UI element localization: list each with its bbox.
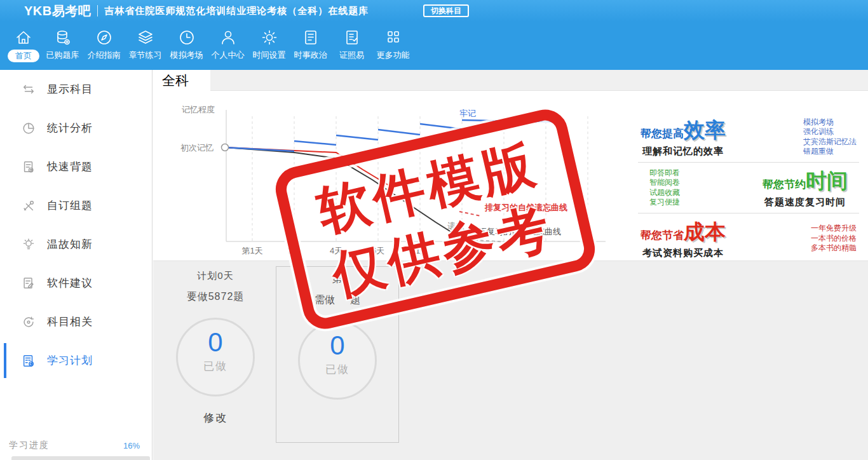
forget-label: 遗忘: [447, 221, 465, 231]
window-title: 吉林省住院医师规范化培训结业理论考核（全科）在线题库: [104, 5, 369, 17]
plan-section: 计划0天 要做5872题 0 已做 修改 第 需做 题 0 已做: [153, 260, 868, 460]
plan-card-current: 计划0天 要做5872题 0 已做 修改: [154, 270, 276, 425]
gray-curve-note: 不复习的自然遗忘曲线: [478, 227, 561, 236]
y-axis-label: 记忆程度: [182, 105, 215, 114]
red-curve-note: 排复习的自然遗忘曲线: [484, 203, 567, 212]
list-item: 即答即看: [649, 168, 680, 179]
lightbulb-icon: [22, 238, 36, 252]
promo-cost-list: 一年免费升级 一本书的价格 多本书的精髓: [811, 224, 857, 254]
promo-time-big: 时间: [806, 169, 848, 193]
promo-row-efficiency: 帮您提高效率 理解和记忆的效率 模拟考场 强化训练 艾宾浩斯记忆法 错题重做: [637, 114, 860, 160]
certificate-doc-icon: [343, 27, 361, 48]
toolbar-item-current-affairs[interactable]: 时事政治: [290, 22, 331, 61]
list-item: 智能阅卷: [649, 178, 680, 188]
swap-arrows-icon: [22, 83, 36, 97]
plan-days: 计划0天: [154, 270, 276, 282]
sidebar-item-show-subjects[interactable]: 显示科目: [0, 70, 152, 109]
promo-cost-prefix: 帮您节省: [641, 229, 684, 241]
initial-memory-label: 初次记忆: [180, 143, 214, 152]
brand-divider: [97, 5, 98, 17]
promo-time-subtitle: 答题速度复习时间: [763, 196, 848, 208]
done-label: 已做: [203, 359, 227, 374]
progress-value: 16%: [123, 441, 140, 450]
switch-subject-button[interactable]: 切换科目: [423, 4, 469, 17]
study-plan-icon: [22, 354, 36, 368]
subject-tab[interactable]: 全科: [153, 70, 210, 91]
active-indicator-bar: [4, 343, 6, 378]
toolbar-item-mock-exam[interactable]: 模拟考场: [166, 22, 207, 61]
promo-divider: [638, 162, 859, 163]
user-icon: [219, 27, 237, 48]
question-bank-icon: [54, 27, 72, 48]
edit-plan-button[interactable]: 修改: [154, 410, 276, 425]
feedback-doc-icon: [22, 276, 36, 290]
x-tick-day2: 2天: [288, 246, 301, 255]
title-bar: YKB易考吧 吉林省住院医师规范化培训结业理论考核（全科）在线题库 切换科目: [0, 0, 868, 22]
subject-related-icon: [22, 315, 36, 329]
list-item: 一年免费升级: [811, 224, 857, 234]
sidebar-item-study-plan[interactable]: 学习计划: [0, 341, 152, 380]
need-suffix: 题: [350, 294, 360, 307]
grid-more-icon: [384, 27, 402, 48]
promo-efficiency-prefix: 帮您提高: [641, 128, 684, 140]
hold-label: 牢记: [459, 109, 476, 118]
promo-row-cost: 帮您节省成本 考试资料购买成本 一年免费升级 一本书的价格 多本书的精髓: [637, 215, 860, 262]
promo-divider: [638, 213, 859, 213]
pie-chart-icon: [22, 121, 36, 135]
day-number-title: 第: [276, 273, 398, 285]
promo-efficiency-list: 模拟考场 强化训练 艾宾浩斯记忆法 错题重做: [803, 118, 857, 157]
list-item: 错题重做: [803, 147, 857, 157]
list-item: 模拟考场: [803, 118, 857, 128]
x-tick-day4: 4天: [330, 246, 342, 255]
toolbar-item-guide[interactable]: 介绍指南: [83, 22, 125, 61]
done-count: 0: [208, 328, 222, 356]
list-item: 多本书的精髓: [811, 243, 857, 254]
toolbar-item-home[interactable]: 首页: [5, 22, 42, 62]
sidebar-item-review-old[interactable]: 温故知新: [0, 225, 152, 264]
sidebar-item-statistics[interactable]: 统计分析: [0, 109, 152, 147]
toolbar-item-question-bank[interactable]: 已购题库: [42, 22, 83, 61]
need-prefix: 需做: [315, 294, 335, 307]
memory-curve-chart: 记忆程度 初次记忆 牢记 遗忘 排复习的自然遗忘曲线 不复习的自然遗忘曲线 第1…: [153, 91, 868, 260]
list-item: 一本书的价格: [811, 234, 857, 244]
app-window: YKB易考吧 吉林省住院医师规范化培训结业理论考核（全科）在线题库 切换科目 首…: [0, 0, 868, 460]
subject-header-bar: 全科: [153, 70, 868, 91]
promo-efficiency-big: 效率: [684, 118, 726, 142]
toolbar-item-chapter-practice[interactable]: 章节练习: [125, 22, 166, 61]
tools-cross-icon: [22, 199, 36, 213]
promo-time-list: 即答即看 智能阅卷 试题收藏 复习便捷: [649, 168, 680, 208]
promo-panel: 帮您提高效率 理解和记忆的效率 模拟考场 强化训练 艾宾浩斯记忆法 错题重做 即…: [637, 114, 860, 262]
main-content: 全科: [153, 70, 868, 460]
main-toolbar: 首页 已购题库 介绍指南 章节练习 模拟考场: [0, 22, 868, 70]
list-item: 复习便捷: [649, 198, 680, 208]
toolbar-item-time-settings[interactable]: 时间设置: [248, 22, 290, 61]
plan-card-day: 第 需做 题 0 已做: [276, 266, 399, 443]
sidebar-item-subject-related[interactable]: 科目相关: [0, 302, 152, 341]
flashcard-doc-icon: [22, 160, 36, 174]
need-count-row: 需做 题: [276, 294, 398, 307]
sidebar: 显示科目 统计分析 快速背题 自订组题 温故知新 软件建议 科目相关: [0, 70, 153, 460]
promo-row-time: 即答即看 智能阅卷 试题收藏 复习便捷 帮您节约时间 答题速度复习时间: [637, 165, 860, 211]
progress-bar-track: [11, 456, 150, 460]
promo-efficiency-subtitle: 理解和记忆的效率: [641, 145, 726, 158]
gear-icon: [261, 27, 278, 48]
toolbar-item-profile[interactable]: 个人中心: [207, 22, 248, 61]
toolbar-item-more[interactable]: 更多功能: [372, 22, 414, 61]
toolbar-item-license[interactable]: 证照易: [331, 22, 372, 61]
list-item: 强化训练: [803, 127, 857, 137]
guide-compass-icon: [95, 27, 113, 48]
x-tick-day1: 第1天: [241, 246, 262, 255]
x-tick-day6: 6天: [372, 246, 384, 255]
sidebar-item-software-feedback[interactable]: 软件建议: [0, 264, 152, 302]
progress-label: 学习进度: [9, 440, 50, 451]
done-count-ring: 0 已做: [176, 318, 255, 396]
sidebar-item-custom-quiz[interactable]: 自订组题: [0, 186, 152, 225]
chapter-layers-icon: [137, 27, 154, 48]
done-count-ring: 0 已做: [298, 321, 377, 400]
list-item: 试题收藏: [649, 188, 680, 198]
study-progress-row: 学习进度 16%: [0, 440, 153, 451]
done-label: 已做: [325, 362, 349, 377]
sidebar-item-quick-review[interactable]: 快速背题: [0, 147, 152, 186]
ebbinghaus-chart-svg: 记忆程度 初次记忆 牢记 遗忘 排复习的自然遗忘曲线 不复习的自然遗忘曲线 第1…: [153, 91, 636, 260]
initial-memory-point: [222, 144, 229, 151]
